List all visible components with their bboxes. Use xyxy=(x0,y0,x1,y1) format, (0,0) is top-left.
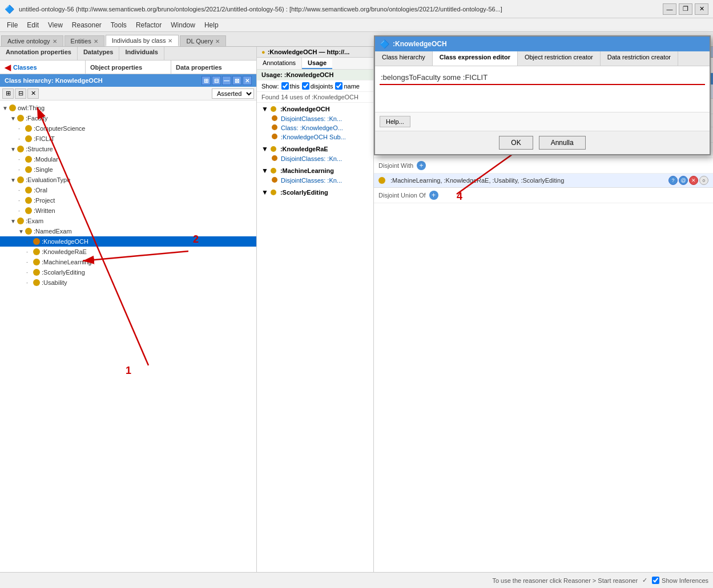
disjoint-icon-x[interactable]: ✕ xyxy=(689,176,698,185)
tab-dl-query[interactable]: DL Query ✕ xyxy=(180,35,226,46)
tree-item-namedexam[interactable]: ▼ :NamedExam xyxy=(0,226,256,236)
show-disjoints-checkbox[interactable]: disjoints xyxy=(302,82,333,90)
status-bar: To use the reasoner click Reasoner > Sta… xyxy=(0,572,713,588)
arrow-icon: · xyxy=(18,156,25,163)
tree-item-usability[interactable]: · :Usability xyxy=(0,277,256,288)
middle-dot-icon: ● xyxy=(261,49,265,55)
menu-reasoner[interactable]: Reasoner xyxy=(67,20,106,30)
usage-item-class[interactable]: Class: :KnowledgeO... xyxy=(259,123,371,132)
collapse-btn[interactable]: ⊟ xyxy=(15,88,26,99)
panel-icon-5[interactable]: ✕ xyxy=(243,76,252,85)
arrow-icon: · xyxy=(26,280,33,286)
panel-icon-4[interactable]: ⊠ xyxy=(232,76,241,85)
tab-close-icon[interactable]: ✕ xyxy=(94,38,98,45)
tree-item-machinelearning[interactable]: · :MachineLearning xyxy=(0,257,256,267)
usage-group-header-scolarlyediting[interactable]: ▼ :ScolarlyEditing xyxy=(259,187,371,198)
menu-refactor[interactable]: Refactor xyxy=(131,20,166,30)
disjoint-union-add-btn[interactable]: + xyxy=(429,191,438,200)
tree-item-modular[interactable]: · :Modular xyxy=(0,154,256,164)
disjoint-icon-circle[interactable]: ○ xyxy=(699,176,708,185)
minimize-button[interactable]: — xyxy=(663,3,676,15)
menu-edit[interactable]: Edit xyxy=(22,20,43,30)
usage-group-header-knowledgerae[interactable]: ▼ :KnowledgeRaE xyxy=(259,144,371,154)
tree-item-faculty[interactable]: ▼ :Faculty xyxy=(0,113,256,123)
usage-tab[interactable]: Usage xyxy=(302,58,332,69)
expand-btn[interactable]: ⊞ xyxy=(2,88,14,99)
tree-item-structure[interactable]: ▼ :Structure xyxy=(0,144,256,154)
object-properties-section[interactable]: Object properties xyxy=(86,61,171,74)
tree-item-written[interactable]: · :Written xyxy=(0,206,256,216)
disjoint-add-btn[interactable]: + xyxy=(417,161,426,170)
disjoint-item-row: :MachineLearning, :KnowledgeRaE, :Usabil… xyxy=(374,174,713,188)
tree-item-knowledgerae[interactable]: · :KnowledgeRaE xyxy=(0,247,256,257)
annotation-properties-header[interactable]: Annotation properties xyxy=(0,47,78,60)
middle-panel-title: ● :KnowledgeOCH — http://... xyxy=(257,47,373,58)
show-inferences-checkbox[interactable] xyxy=(652,577,659,584)
tab-close-icon[interactable]: ✕ xyxy=(168,38,172,44)
disjoint-item-label: :MachineLearning, :KnowledgeRaE, :Usabil… xyxy=(390,177,564,184)
tree-item-project[interactable]: · :Project xyxy=(0,195,256,206)
tree-item-computerscience[interactable]: · :ComputerScience xyxy=(0,123,256,134)
config-btn[interactable]: ✕ xyxy=(27,88,39,99)
datatypes-header[interactable]: Datatypes xyxy=(78,47,120,60)
panel-icon-3[interactable]: — xyxy=(222,76,231,85)
tree-item-oral[interactable]: · :Oral xyxy=(0,185,256,195)
tree-item-owlthing[interactable]: ▼ owl:Thing xyxy=(0,103,256,113)
tree-item-knowledgeoch[interactable]: · :KnowledgeOCH xyxy=(0,236,256,247)
title-bar: 🔷 untitled-ontology-56 (http://www.seman… xyxy=(0,0,713,18)
tree-item-exam[interactable]: ▼ :Exam xyxy=(0,216,256,226)
menu-window[interactable]: Window xyxy=(166,20,200,30)
menu-view[interactable]: View xyxy=(43,20,67,30)
class-dot xyxy=(17,146,24,152)
ok-button[interactable]: OK xyxy=(499,136,533,150)
usage-group-header-machinelearning[interactable]: ▼ :MachineLearning xyxy=(259,166,371,176)
class-expression-input[interactable] xyxy=(380,71,705,85)
menu-help[interactable]: Help xyxy=(200,20,223,30)
dialog-tab-class-hierarchy[interactable]: Class hierarchy xyxy=(375,51,433,66)
section-headers: Annotation properties Datatypes Individu… xyxy=(0,47,256,61)
individuals-header[interactable]: Individuals xyxy=(119,47,164,60)
dialog-tab-class-expression[interactable]: Class expression editor xyxy=(433,51,518,66)
restore-button[interactable]: ❐ xyxy=(679,3,692,15)
tree-item-evaluationtype[interactable]: ▼ :EvaluationType xyxy=(0,175,256,185)
arrow-icon: · xyxy=(18,187,25,194)
menu-tools[interactable]: Tools xyxy=(106,20,131,30)
data-properties-section[interactable]: Data properties xyxy=(171,61,256,74)
tree-item-scolarlyediting[interactable]: · :ScolarlyEditing xyxy=(0,267,256,277)
arrow-icon: ▼ xyxy=(2,105,9,111)
dialog-content xyxy=(375,66,710,112)
panel-icon-2[interactable]: ⊟ xyxy=(212,76,221,85)
tab-entities[interactable]: Entities ✕ xyxy=(65,35,104,46)
usage-item-disjoint1[interactable]: DisjointClasses: :Kn... xyxy=(259,114,371,123)
usage-item-subclass[interactable]: :KnowledgeOCH Sub... xyxy=(259,132,371,142)
usage-item-disjoint2[interactable]: DisjointClasses: :Kn... xyxy=(259,154,371,163)
panel-icon-1[interactable]: ⊞ xyxy=(202,76,211,85)
usage-group-knowledgerae: ▼ :KnowledgeRaE DisjointClasses: :Kn... xyxy=(257,143,373,164)
tab-close-icon[interactable]: ✕ xyxy=(215,38,220,45)
dialog-tab-object-restriction[interactable]: Object restriction creator xyxy=(518,51,601,66)
dialog-tab-data-restriction[interactable]: Data restriction creator xyxy=(601,51,678,66)
menu-file[interactable]: File xyxy=(2,20,22,30)
usage-group-header-knowledgeoch[interactable]: ▼ :KnowledgeOCH xyxy=(259,104,371,114)
arrow-icon: · xyxy=(26,259,33,265)
usage-item-disjoint3[interactable]: DisjointClasses: :Kn... xyxy=(259,176,371,185)
arrow-icon: · xyxy=(18,136,25,142)
reasoner-hint: To use the reasoner click Reasoner > Sta… xyxy=(492,577,638,584)
tree-item-ficlit[interactable]: · :FICLIT xyxy=(0,134,256,144)
show-name-checkbox[interactable]: name xyxy=(335,82,360,90)
annulla-button[interactable]: Annulla xyxy=(539,136,586,150)
disjoint-icon-at[interactable]: @ xyxy=(679,176,688,185)
tab-active-ontology[interactable]: Active ontology ✕ xyxy=(1,35,63,46)
tab-individuals-by-class[interactable]: Individuals by class ✕ xyxy=(106,35,179,46)
classes-section[interactable]: ◀ Classes xyxy=(0,61,85,74)
disjoint-icon-question[interactable]: ? xyxy=(668,176,678,185)
annotations-tab[interactable]: Annotations xyxy=(257,58,302,69)
close-button[interactable]: ✕ xyxy=(695,3,708,15)
tree-item-single[interactable]: · :Single xyxy=(0,164,256,175)
tab-close-icon[interactable]: ✕ xyxy=(53,38,57,45)
help-button[interactable]: Help... xyxy=(380,116,410,127)
show-inferences[interactable]: Show Inferences xyxy=(652,577,708,584)
arrow-icon: ▼ xyxy=(18,228,25,235)
show-this-checkbox[interactable]: this xyxy=(281,82,300,90)
asserted-select[interactable]: Asserted Inferred xyxy=(212,88,254,99)
